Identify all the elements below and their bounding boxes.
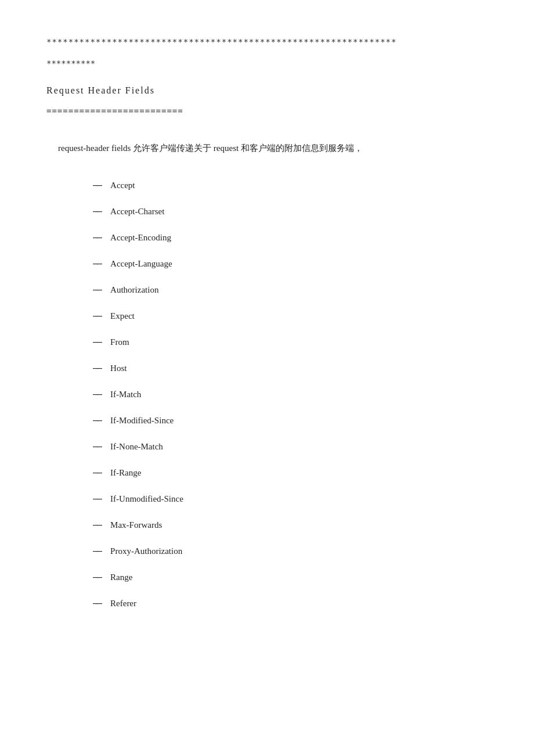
- list-item: ――Proxy-Authorization: [93, 543, 488, 559]
- item-label: If-None-Match: [110, 439, 163, 455]
- bullet-icon: ――: [93, 256, 101, 272]
- item-label: Authorization: [110, 282, 158, 298]
- item-label: Accept-Charset: [110, 204, 164, 219]
- bullet-icon: ――: [93, 491, 101, 507]
- item-label: Host: [110, 361, 127, 376]
- bullet-icon: ――: [93, 308, 101, 324]
- list-item: ――Accept: [93, 178, 488, 193]
- item-label: From: [110, 334, 129, 350]
- item-label: If-Modified-Since: [110, 413, 174, 429]
- stars-line2: **********: [46, 56, 488, 71]
- item-label: Max-Forwards: [110, 517, 162, 533]
- item-label: If-Unmodified-Since: [110, 491, 183, 507]
- list-container: ――Accept――Accept-Charset――Accept-Encodin…: [46, 178, 488, 611]
- bullet-icon: ――: [93, 596, 101, 611]
- bullet-icon: ――: [93, 439, 101, 455]
- list-item: ――From: [93, 334, 488, 350]
- bullet-icon: ――: [93, 204, 101, 219]
- bullet-icon: ――: [93, 517, 101, 533]
- list-item: ――Expect: [93, 308, 488, 324]
- section-title: Request Header Fields: [46, 82, 488, 99]
- item-label: If-Range: [110, 465, 141, 481]
- bullet-icon: ――: [93, 570, 101, 585]
- bullet-icon: ――: [93, 282, 101, 298]
- item-label: Expect: [110, 308, 135, 324]
- list-item: ――If-Modified-Since: [93, 413, 488, 429]
- list-item: ――Accept-Language: [93, 256, 488, 272]
- bullet-icon: ――: [93, 543, 101, 559]
- divider: =========================: [46, 104, 488, 118]
- bullet-icon: ――: [93, 334, 101, 350]
- bullet-icon: ――: [93, 413, 101, 429]
- list-item: ――Range: [93, 570, 488, 585]
- item-label: Accept: [110, 178, 135, 193]
- bullet-icon: ――: [93, 178, 101, 193]
- list-item: ――Accept-Charset: [93, 204, 488, 219]
- item-label: Accept-Language: [110, 256, 172, 272]
- list-item: ――If-Unmodified-Since: [93, 491, 488, 507]
- description: request-header fields 允许客户端传递关于 request …: [46, 139, 488, 157]
- list-item: ――Max-Forwards: [93, 517, 488, 533]
- stars-line1: ****************************************…: [46, 35, 488, 49]
- item-label: Range: [110, 570, 132, 585]
- bullet-icon: ――: [93, 230, 101, 246]
- list-item: ――If-None-Match: [93, 439, 488, 455]
- list-item: ――Referer: [93, 596, 488, 611]
- list-item: ――Host: [93, 361, 488, 376]
- item-label: If-Match: [110, 387, 141, 402]
- bullet-icon: ――: [93, 361, 101, 376]
- list-item: ――If-Range: [93, 465, 488, 481]
- bullet-icon: ――: [93, 387, 101, 402]
- item-label: Proxy-Authorization: [110, 543, 182, 559]
- item-label: Accept-Encoding: [110, 230, 171, 246]
- item-label: Referer: [110, 596, 136, 611]
- list-item: ――If-Match: [93, 387, 488, 402]
- bullet-icon: ――: [93, 465, 101, 481]
- list-item: ――Authorization: [93, 282, 488, 298]
- list-item: ――Accept-Encoding: [93, 230, 488, 246]
